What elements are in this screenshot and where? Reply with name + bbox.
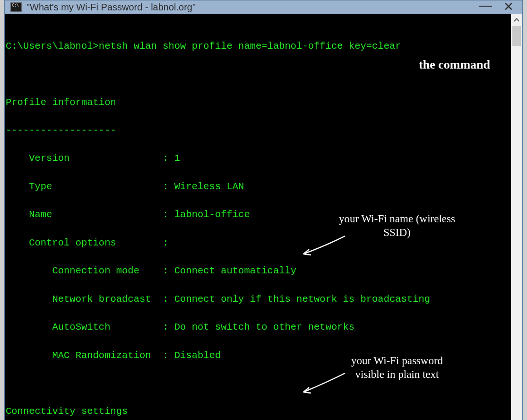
scrollbar-thumb[interactable] <box>512 26 521 46</box>
profile-name: Name : labnol-office <box>6 208 507 222</box>
titlebar[interactable]: "What's my Wi-Fi Password - labnol.org" … <box>5 0 522 14</box>
section-rule: ------------------- <box>6 123 507 138</box>
scroll-up-arrow-icon[interactable] <box>511 14 522 26</box>
section-heading-profile: Profile information <box>6 96 507 110</box>
profile-control-options: Control options : <box>6 236 507 250</box>
profile-network-broadcast: Network broadcast : Connect only if this… <box>6 292 507 306</box>
section-heading-connectivity: Connectivity settings <box>6 404 507 419</box>
client-area: C:\Users\labnol>netsh wlan show profile … <box>5 14 522 420</box>
blank-line <box>6 376 507 391</box>
profile-type: Type : Wireless LAN <box>6 180 507 194</box>
scrollbar-track[interactable] <box>511 26 522 420</box>
prompt-line: C:\Users\labnol>netsh wlan show profile … <box>6 39 507 53</box>
window-controls: — ✕ <box>479 0 518 14</box>
profile-version: Version : 1 <box>6 151 507 166</box>
profile-connection-mode: Connection mode : Connect automatically <box>6 264 507 278</box>
vertical-scrollbar[interactable] <box>511 14 522 420</box>
prompt-command: netsh wlan show profile name=labnol-offi… <box>99 41 401 52</box>
cmd-icon <box>10 2 22 12</box>
terminal-output[interactable]: C:\Users\labnol>netsh wlan show profile … <box>5 14 511 420</box>
window-title: "What's my Wi-Fi Password - labnol.org" <box>26 2 479 13</box>
minimize-button[interactable]: — <box>479 0 492 12</box>
profile-autoswitch: AutoSwitch : Do not switch to other netw… <box>6 320 507 334</box>
command-prompt-window: "What's my Wi-Fi Password - labnol.org" … <box>4 0 523 420</box>
prompt-path: C:\Users\labnol> <box>6 41 99 52</box>
close-button[interactable]: ✕ <box>503 0 514 14</box>
blank-line <box>6 67 507 81</box>
profile-mac-randomization: MAC Randomization : Disabled <box>6 349 507 363</box>
